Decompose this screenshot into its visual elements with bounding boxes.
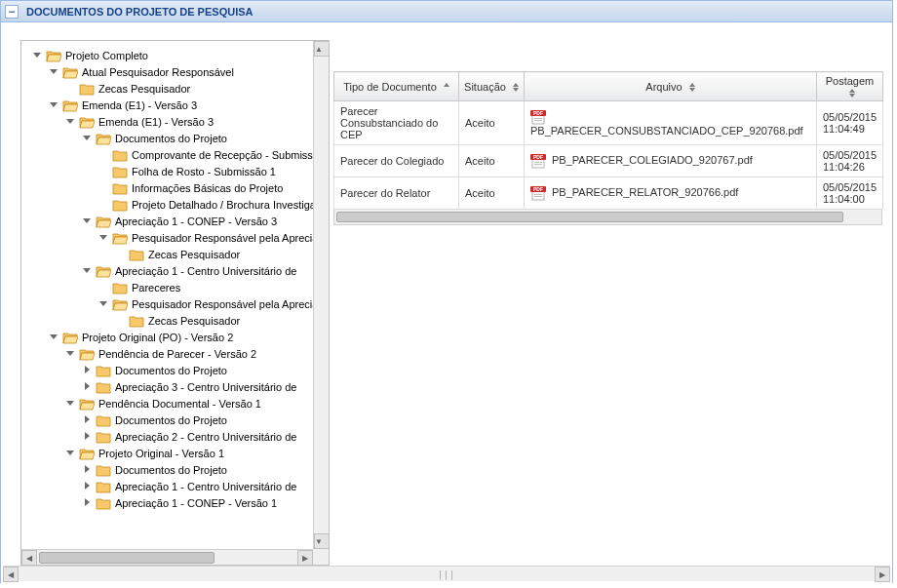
scrollbar-thumb[interactable] [336, 212, 843, 222]
table-row[interactable]: Parecer Consubstanciado do CEPAceitoPB_P… [334, 101, 883, 145]
tree-collapse-toggle[interactable] [99, 299, 108, 308]
tree-node-label: Apreciação 2 - Centro Universitário de [115, 431, 296, 443]
main-horizontal-scrollbar[interactable]: ◀ │││ ▶ [3, 566, 890, 581]
tree-node-label: Zecas Pesquisador [148, 249, 240, 260]
documents-table: Tipo de Documento Situação Arquivo [333, 71, 883, 210]
file-name: PB_PARECER_RELATOR_920766.pdf [552, 186, 738, 198]
tree-collapse-toggle[interactable] [50, 100, 58, 109]
tree-node[interactable]: Emenda (E1) - Versão 3 [20, 97, 330, 113]
tree-collapse-toggle[interactable] [83, 266, 92, 275]
column-postagem[interactable]: Postagem [817, 72, 883, 101]
folder-open-icon [96, 264, 111, 278]
tree-node[interactable]: Folha de Rosto - Submissão 1 [20, 163, 330, 179]
tree-node-label: Apreciação 1 - CONEP - Versão 1 [115, 497, 277, 509]
tree-expand-toggle[interactable] [83, 498, 92, 507]
tree-node[interactable]: Informações Básicas do Projeto [20, 179, 330, 196]
tree-node[interactable]: Apreciação 1 - CONEP - Versão 3 [20, 213, 330, 229]
cell-arquivo[interactable]: PB_PARECER_RELATOR_920766.pdf [525, 177, 817, 210]
tree-node[interactable]: Zecas Pesquisador [20, 312, 330, 329]
tree-node-label: Pendência de Parecer - Versão 2 [98, 348, 256, 360]
tree-node-label: Informações Básicas do Projeto [132, 182, 283, 194]
tree-expand-toggle[interactable] [83, 382, 92, 391]
tree-expand-toggle[interactable] [83, 482, 92, 490]
tree-node[interactable]: Projeto Detalhado / Brochura Investigado… [20, 196, 330, 213]
tree-collapse-toggle[interactable] [99, 233, 108, 242]
tree-node[interactable]: Apreciação 1 - CONEP - Versão 1 [20, 494, 330, 511]
tree-node-label: Projeto Original - Versão 1 [98, 448, 224, 459]
tree-collapse-toggle[interactable] [66, 399, 75, 408]
tree-node[interactable]: Projeto Completo [20, 47, 330, 63]
tree-node[interactable]: Emenda (E1) - Versão 3 [20, 113, 330, 130]
tree-view[interactable]: Projeto CompletoAtual Pesquisador Respon… [20, 40, 330, 566]
tree-node[interactable]: Documentos do Projeto [20, 412, 330, 428]
tree-toggle-spacer [99, 183, 108, 192]
tree-node[interactable]: Zecas Pesquisador [20, 246, 330, 262]
folder-open-icon [112, 231, 128, 245]
tree-node-label: Comprovante de Recepção - Submissão [132, 149, 325, 161]
tree-node[interactable]: Pesquisador Responsável pela Apreciação [20, 229, 330, 246]
tree-expand-toggle[interactable] [83, 465, 92, 474]
collapse-button[interactable]: − [5, 5, 19, 19]
tree-node[interactable]: Atual Pesquisador Responsável [20, 63, 330, 80]
folder-open-icon [96, 215, 111, 228]
tree-collapse-toggle[interactable] [50, 67, 58, 76]
cell-postagem: 05/05/201511:04:00 [817, 177, 883, 210]
tree-node[interactable]: Comprovante de Recepção - Submissão [20, 146, 330, 163]
tree-node-label: Pesquisador Responsável pela Apreciação [132, 298, 330, 310]
tree-node[interactable]: Apreciação 1 - Centro Universitário de [20, 478, 330, 494]
tree-node[interactable]: Apreciação 1 - Centro Universitário de [20, 262, 330, 279]
folder-icon [79, 82, 95, 96]
cell-tipo: Parecer do Relator [334, 177, 459, 210]
tree-collapse-toggle[interactable] [66, 117, 75, 126]
cell-arquivo[interactable]: PB_PARECER_COLEGIADO_920767.pdf [525, 145, 817, 177]
pdf-icon [530, 109, 546, 125]
tree-node[interactable]: Apreciação 3 - Centro Universitário de [20, 378, 330, 395]
tree-node[interactable]: Pendência Documental - Versão 1 [20, 395, 330, 412]
tree-node-label: Zecas Pesquisador [98, 83, 190, 95]
tree-expand-toggle[interactable] [83, 366, 92, 374]
tree-node[interactable]: Projeto Original - Versão 1 [20, 445, 330, 461]
tree-node[interactable]: Documentos do Projeto [20, 461, 330, 478]
tree-collapse-toggle[interactable] [66, 349, 75, 358]
column-arquivo[interactable]: Arquivo [525, 72, 817, 101]
tree-node[interactable]: Apreciação 2 - Centro Universitário de [20, 428, 330, 445]
cell-postagem: 05/05/201511:04:26 [817, 145, 883, 177]
tree-node[interactable]: Projeto Original (PO) - Versão 2 [20, 329, 330, 345]
folder-open-icon [46, 49, 61, 62]
column-tipo[interactable]: Tipo de Documento [334, 72, 459, 101]
tree-collapse-toggle[interactable] [83, 134, 92, 142]
sort-icon [849, 89, 855, 98]
tree-horizontal-scrollbar[interactable]: ◀ ▶ [21, 549, 313, 565]
tree-collapse-toggle[interactable] [50, 333, 58, 341]
tree-node[interactable]: Zecas Pesquisador [20, 80, 330, 97]
folder-open-icon [62, 98, 78, 112]
table-row[interactable]: Parecer do ColegiadoAceitoPB_PARECER_COL… [334, 145, 883, 177]
tree-vertical-scrollbar[interactable]: ▲ ▼ [313, 41, 329, 549]
scrollbar-thumb[interactable] [39, 552, 214, 564]
tree-node[interactable]: Pendência de Parecer - Versão 2 [20, 345, 330, 362]
table-horizontal-scrollbar[interactable] [333, 210, 882, 225]
tree-collapse-toggle[interactable] [66, 449, 75, 457]
table-row[interactable]: Parecer do RelatorAceitoPB_PARECER_RELAT… [334, 177, 883, 210]
tree-expand-toggle[interactable] [83, 432, 92, 441]
tree-node[interactable]: Documentos do Projeto [20, 362, 330, 378]
column-label: Postagem [826, 75, 875, 87]
tree-toggle-spacer [99, 167, 108, 176]
folder-icon [112, 198, 128, 212]
tree-node-label: Apreciação 3 - Centro Universitário de [115, 381, 296, 393]
file-name: PB_PARECER_COLEGIADO_920767.pdf [552, 154, 753, 166]
folder-open-icon [62, 331, 78, 344]
column-label: Tipo de Documento [343, 81, 437, 93]
column-situacao[interactable]: Situação [459, 72, 525, 101]
tree-collapse-toggle[interactable] [33, 51, 42, 59]
tree-expand-toggle[interactable] [83, 415, 92, 424]
folder-icon [96, 463, 111, 477]
tree-node[interactable]: Pareceres [20, 279, 330, 295]
tree-node[interactable]: Pesquisador Responsável pela Apreciação [20, 295, 330, 312]
tree-toggle-spacer [116, 250, 125, 258]
tree-node-label: Apreciação 1 - Centro Universitário de [115, 265, 296, 277]
cell-arquivo[interactable]: PB_PARECER_CONSUBSTANCIADO_CEP_920768.pd… [525, 101, 817, 145]
tree-collapse-toggle[interactable] [83, 216, 92, 225]
tree-node[interactable]: Documentos do Projeto [20, 130, 330, 146]
folder-open-icon [79, 397, 95, 411]
